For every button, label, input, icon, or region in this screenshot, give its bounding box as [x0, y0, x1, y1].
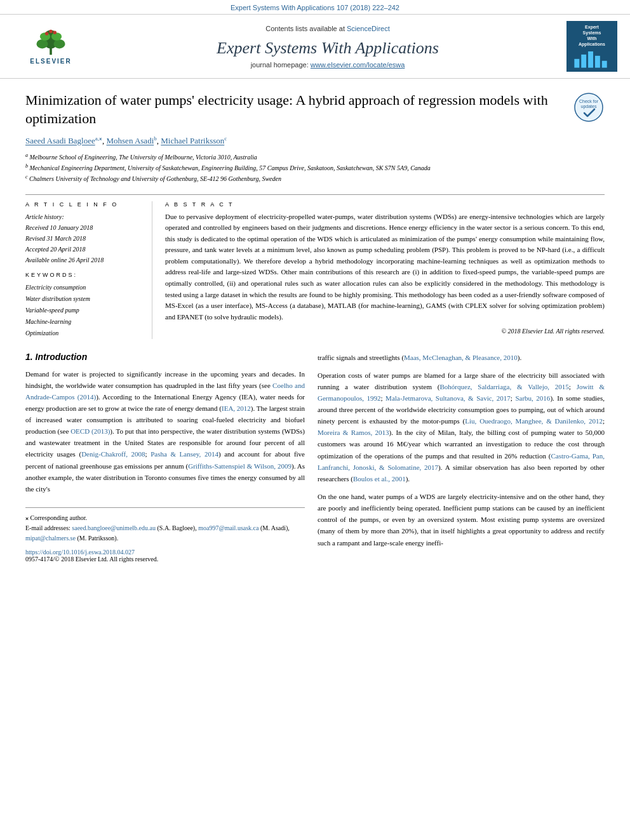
- email-saeed[interactable]: saeed.bangloee@unimelb.edu.au: [72, 524, 156, 531]
- keyword-3: Variable-speed pump: [25, 305, 142, 316]
- svg-rect-12: [595, 56, 600, 68]
- authors-line: Saeed Asadi Bagloeea,⁎, Mohsen Asadib, M…: [25, 135, 605, 146]
- svg-rect-13: [602, 61, 607, 68]
- body-content: 1. Introduction Demand for water is proj…: [25, 352, 605, 563]
- affil-a: a Melbourne School of Engineering, The U…: [25, 152, 605, 163]
- article-info-title: A R T I C L E I N F O: [25, 201, 142, 208]
- intro-para-2: traffic signals and streetlights (Maas, …: [318, 352, 605, 363]
- affil-c: c Chalmers University of Technology and …: [25, 173, 605, 184]
- homepage-line: journal homepage: www.elsevier.com/locat…: [89, 61, 566, 69]
- svg-rect-11: [588, 51, 593, 68]
- homepage-label: journal homepage:: [251, 61, 309, 69]
- doi-link[interactable]: https://doi.org/10.1016/j.eswa.2018.04.0…: [25, 549, 135, 556]
- journal-title: Expert Systems With Applications: [89, 39, 566, 58]
- corresponding-author-label: ⁎ Corresponding author.: [25, 513, 305, 523]
- svg-point-2: [37, 39, 48, 48]
- body-left-column: 1. Introduction Demand for water is proj…: [25, 352, 305, 563]
- intro-title: Introduction: [36, 352, 88, 362]
- doi-section: https://doi.org/10.1016/j.eswa.2018.04.0…: [25, 549, 305, 563]
- keywords-label: Keywords:: [25, 272, 142, 278]
- author-mohsen[interactable]: Mohsen Asadi: [107, 137, 154, 146]
- abstract-column: A B S T R A C T Due to pervasive deploym…: [165, 201, 605, 339]
- intro-para-4: On the one hand, water pumps of a WDS ar…: [318, 491, 605, 549]
- email-mohsen[interactable]: moa997@mail.usask.ca: [198, 524, 258, 531]
- journal-logo-title: ExpertSystemsWithApplications: [579, 24, 605, 47]
- sciencedirect-link[interactable]: ScienceDirect: [347, 25, 390, 32]
- article-info-column: A R T I C L E I N F O Article history: R…: [25, 201, 152, 339]
- keywords-list: Electricity consumption Water distributi…: [25, 282, 142, 339]
- svg-point-3: [54, 39, 65, 48]
- article-title: Minimization of water pumps' electricity…: [25, 91, 573, 128]
- svg-point-8: [49, 30, 52, 33]
- check-for-updates-badge: Check for updates: [573, 91, 605, 123]
- homepage-url[interactable]: www.elsevier.com/locate/eswa: [311, 61, 405, 69]
- accepted: Accepted 20 April 2018: [25, 244, 142, 255]
- intro-para-3: Operation costs of water pumps are blame…: [318, 370, 605, 484]
- footnote-section: ⁎ Corresponding author. E-mail addresses…: [25, 507, 305, 543]
- abstract-text: Due to pervasive deployment of electrici…: [165, 211, 605, 323]
- affiliations: a Melbourne School of Engineering, The U…: [25, 152, 605, 185]
- elsevier-logo-container: ELSEVIER: [13, 24, 89, 69]
- check-badge: Check for updates: [573, 91, 605, 123]
- keyword-1: Electricity consumption: [25, 282, 142, 293]
- info-abstract-section: A R T I C L E I N F O Article history: R…: [25, 201, 605, 339]
- available-online: Available online 26 April 2018: [25, 255, 142, 265]
- copyright: © 2018 Elsevier Ltd. All rights reserved…: [165, 328, 605, 335]
- revised: Revised 31 March 2018: [25, 233, 142, 244]
- journal-logo-right: ExpertSystemsWithApplications: [566, 21, 617, 72]
- journal-citation: Expert Systems With Applications 107 (20…: [231, 4, 399, 11]
- main-content: Minimization of water pumps' electricity…: [0, 79, 630, 575]
- journal-logo-graphic: [573, 50, 611, 69]
- email-michael[interactable]: mipat@chalmers.se: [25, 535, 76, 542]
- abstract-title: A B S T R A C T: [165, 201, 605, 208]
- journal-center: Contents lists available at ScienceDirec…: [89, 24, 566, 69]
- svg-point-6: [45, 32, 48, 35]
- keyword-2: Water distribution system: [25, 293, 142, 305]
- svg-rect-0: [50, 48, 52, 55]
- keywords-section: Keywords: Electricity consumption Water …: [25, 272, 142, 339]
- author-michael[interactable]: Michael Patriksson: [161, 137, 224, 146]
- email-line: E-mail addresses: saeed.bangloee@unimelb…: [25, 523, 305, 543]
- history-label: Article history:: [25, 211, 142, 222]
- contents-text: Contents lists available at: [265, 25, 345, 32]
- svg-rect-10: [581, 55, 586, 68]
- svg-rect-9: [574, 59, 579, 68]
- divider-1: [25, 194, 605, 195]
- elsevier-logo: ELSEVIER: [25, 28, 76, 65]
- email-label: E-mail addresses:: [25, 524, 70, 531]
- body-right-column: traffic signals and streetlights (Maas, …: [318, 352, 605, 563]
- svg-point-5: [51, 32, 62, 41]
- article-history: Article history: Received 10 January 201…: [25, 211, 142, 265]
- journal-header: ELSEVIER Contents lists available at Sci…: [0, 14, 630, 79]
- elsevier-tree-svg: [25, 28, 76, 57]
- contents-available: Contents lists available at ScienceDirec…: [89, 24, 566, 34]
- svg-point-4: [40, 32, 50, 41]
- intro-para-1: Demand for water is projected to signifi…: [25, 368, 305, 495]
- affil-b: b Mechanical Engineering Department, Uni…: [25, 163, 605, 173]
- issn-copyright: 0957-4174/© 2018 Elsevier Ltd. All right…: [25, 556, 158, 563]
- author-saeed[interactable]: Saeed Asadi Bagloee: [25, 137, 95, 146]
- keyword-4: Machine-learning: [25, 316, 142, 328]
- intro-number: 1.: [25, 352, 33, 362]
- journal-citation-bar: Expert Systems With Applications 107 (20…: [0, 0, 630, 14]
- svg-point-7: [53, 31, 57, 34]
- svg-text:Check for: Check for: [579, 99, 599, 103]
- elsevier-wordmark: ELSEVIER: [30, 58, 71, 65]
- keyword-5: Optimization: [25, 328, 142, 339]
- received: Received 10 January 2018: [25, 222, 142, 233]
- intro-heading: 1. Introduction: [25, 352, 305, 362]
- article-title-section: Minimization of water pumps' electricity…: [25, 91, 605, 128]
